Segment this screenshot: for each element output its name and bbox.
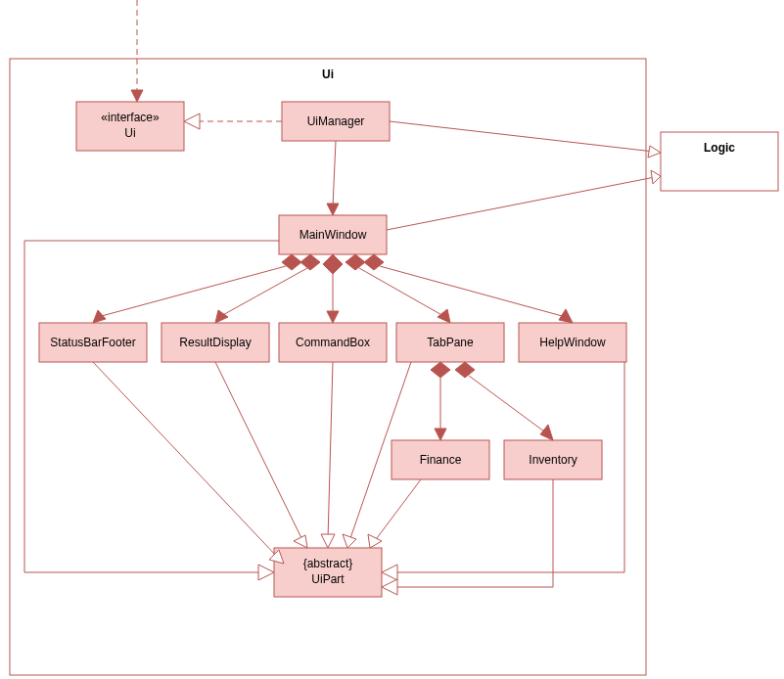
- svg-marker-25: [431, 362, 450, 378]
- svg-line-20: [359, 268, 445, 317]
- edge-mw-comp-tabpane: [346, 254, 450, 323]
- svg-marker-41: [368, 534, 382, 548]
- svg-line-29: [469, 376, 548, 434]
- svg-marker-28: [455, 362, 475, 378]
- svg-marker-24: [559, 309, 573, 323]
- svg-marker-10: [282, 254, 301, 270]
- svg-marker-38: [343, 534, 356, 548]
- svg-marker-9: [327, 204, 339, 215]
- svg-line-8: [333, 141, 336, 207]
- label-uipart-stereo: {abstract}: [303, 557, 353, 570]
- svg-line-14: [219, 268, 307, 317]
- label-inventory: Inventory: [529, 453, 576, 467]
- edge-mw-comp-commandbox: [323, 254, 343, 323]
- svg-marker-27: [435, 429, 446, 440]
- svg-marker-18: [327, 311, 339, 323]
- svg-line-33: [215, 362, 303, 542]
- svg-line-35: [328, 362, 333, 540]
- svg-marker-16: [323, 254, 343, 274]
- svg-marker-21: [438, 309, 450, 323]
- svg-marker-7: [651, 170, 661, 184]
- label-helpwindow: HelpWindow: [539, 336, 606, 349]
- label-logic: Logic: [704, 141, 735, 155]
- edge-tabpane-comp-inventory: [455, 362, 553, 440]
- svg-marker-30: [540, 425, 553, 440]
- label-uipart-name: UiPart: [311, 572, 345, 586]
- edge-mainwindow-to-logic: [387, 170, 661, 230]
- svg-line-6: [387, 177, 655, 230]
- edge-finance-gen-uipart: [368, 479, 421, 548]
- edge-mainwindow-gen-uipart: [24, 241, 279, 580]
- edge-uimanager-to-logic: [390, 121, 661, 158]
- svg-line-40: [374, 479, 421, 542]
- svg-line-31: [93, 362, 278, 558]
- svg-marker-5: [648, 146, 661, 158]
- svg-marker-22: [364, 254, 384, 270]
- label-mainwindow: MainWindow: [300, 228, 367, 242]
- svg-marker-34: [294, 535, 307, 548]
- svg-marker-36: [321, 534, 335, 548]
- svg-line-4: [390, 121, 654, 152]
- svg-marker-42: [382, 579, 397, 595]
- package-title: Ui: [322, 68, 334, 81]
- svg-marker-39: [382, 565, 397, 580]
- edge-uimanager-to-mainwindow: [327, 141, 339, 215]
- svg-marker-13: [300, 254, 320, 270]
- svg-line-23: [380, 266, 566, 317]
- edge-external-to-ui: [131, 0, 143, 102]
- label-commandbox: CommandBox: [296, 336, 370, 349]
- svg-marker-19: [346, 254, 365, 270]
- label-uimanager: UiManager: [307, 114, 365, 128]
- label-tabpane: TabPane: [427, 336, 474, 349]
- svg-marker-12: [93, 310, 106, 323]
- svg-marker-15: [215, 310, 228, 323]
- edge-commandbox-gen-uipart: [321, 362, 335, 548]
- label-resultdisplay: ResultDisplay: [179, 336, 251, 349]
- uml-diagram: Ui Logic «interface» Ui UiManager MainWi…: [0, 0, 784, 679]
- svg-line-11: [98, 266, 286, 317]
- svg-marker-1: [131, 90, 143, 102]
- svg-marker-43: [258, 565, 274, 580]
- edge-uimanager-realizes-ui: [184, 113, 282, 129]
- svg-marker-3: [184, 113, 200, 129]
- edge-mw-comp-resultdisplay: [215, 254, 320, 323]
- edge-resultdisplay-gen-uipart: [215, 362, 307, 548]
- edge-statusbar-gen-uipart: [93, 362, 284, 564]
- label-finance: Finance: [420, 453, 462, 467]
- label-ui-stereo: «interface»: [101, 111, 160, 124]
- label-statusbarfooter: StatusBarFooter: [50, 336, 135, 349]
- edge-tabpane-comp-finance: [431, 362, 450, 440]
- label-ui-name: Ui: [124, 126, 135, 140]
